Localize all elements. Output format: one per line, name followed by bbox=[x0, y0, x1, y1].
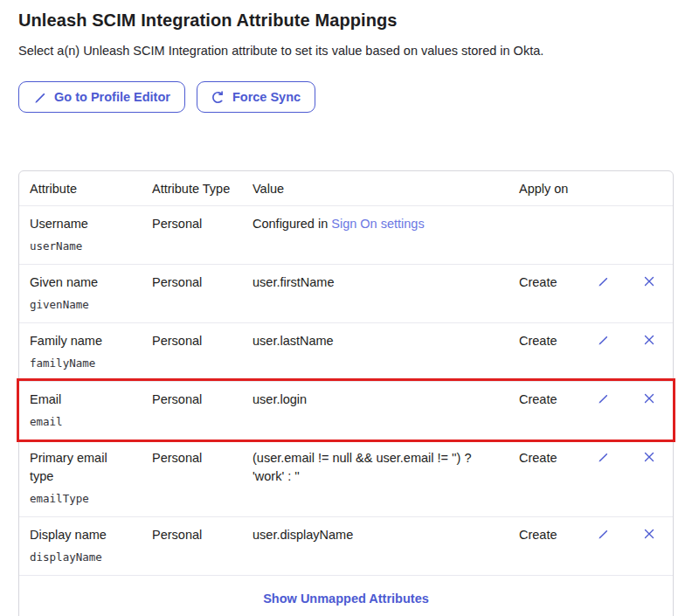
remove-mapping-button[interactable] bbox=[642, 274, 656, 288]
column-header-value: Value bbox=[242, 171, 509, 206]
edit-mapping-button[interactable] bbox=[595, 391, 611, 406]
edit-mapping-button[interactable] bbox=[595, 332, 611, 348]
attribute-type-value: Personal bbox=[142, 440, 242, 516]
apply-on-value: Create bbox=[509, 516, 580, 575]
pencil-icon bbox=[33, 91, 46, 104]
close-icon bbox=[644, 452, 654, 465]
force-sync-label: Force Sync bbox=[232, 90, 301, 104]
attribute-type-value: Personal bbox=[142, 206, 242, 264]
remove-mapping-button[interactable] bbox=[642, 391, 656, 405]
page-title: Unleash SCIM Integration Attribute Mappi… bbox=[18, 10, 672, 31]
attribute-variable: email bbox=[30, 412, 131, 431]
pencil-icon bbox=[597, 277, 609, 290]
force-sync-button[interactable]: Force Sync bbox=[197, 81, 315, 113]
close-icon bbox=[644, 529, 654, 542]
remove-mapping-button[interactable] bbox=[642, 450, 656, 464]
refresh-icon bbox=[211, 91, 225, 104]
value-text: (user.email != null && user.email != '')… bbox=[242, 440, 509, 516]
close-icon bbox=[644, 393, 654, 406]
attribute-label: Email bbox=[30, 392, 61, 406]
pencil-icon bbox=[597, 394, 609, 407]
sign-on-settings-link[interactable]: Sign On settings bbox=[331, 217, 424, 231]
value-text: user.displayName bbox=[242, 516, 509, 575]
value-text: user.firstName bbox=[242, 264, 509, 322]
show-unmapped-attributes-link[interactable]: Show Unmapped Attributes bbox=[263, 592, 429, 606]
close-icon bbox=[644, 276, 654, 289]
apply-on-value: Create bbox=[509, 381, 580, 440]
pencil-icon bbox=[597, 529, 609, 543]
table-header-row: Attribute Attribute Type Value Apply on bbox=[19, 171, 673, 206]
apply-on-value: Create bbox=[509, 322, 580, 381]
attribute-variable: givenName bbox=[30, 295, 131, 314]
apply-on-value: Create bbox=[509, 264, 580, 322]
attribute-variable: emailType bbox=[30, 489, 131, 508]
attribute-type-value: Personal bbox=[142, 516, 242, 575]
pencil-icon bbox=[597, 453, 609, 466]
edit-mapping-button[interactable] bbox=[595, 273, 611, 289]
attribute-variable: familyName bbox=[30, 354, 131, 372]
toolbar: Go to Profile Editor Force Sync bbox=[18, 81, 672, 113]
attribute-variable: displayName bbox=[30, 548, 131, 566]
table-row-family-name: Family name familyName Personal user.las… bbox=[19, 322, 673, 381]
value-text: user.login bbox=[242, 381, 509, 440]
remove-mapping-button[interactable] bbox=[642, 333, 656, 347]
go-to-profile-editor-label: Go to Profile Editor bbox=[54, 90, 170, 104]
pencil-icon bbox=[597, 336, 609, 349]
value-text: Configured in bbox=[253, 217, 331, 231]
column-header-edit bbox=[580, 171, 625, 206]
table-row-email-highlighted: Email email Personal user.login Create bbox=[19, 381, 673, 440]
table-row-username: Username userName Personal Configured in… bbox=[19, 206, 673, 264]
attribute-type-value: Personal bbox=[142, 381, 242, 440]
apply-on-value bbox=[509, 206, 580, 264]
attribute-label: Given name bbox=[30, 275, 98, 289]
close-icon bbox=[644, 335, 654, 348]
attribute-type-value: Personal bbox=[142, 322, 242, 381]
edit-mapping-button[interactable] bbox=[595, 449, 611, 465]
attribute-mappings-page: Unleash SCIM Integration Attribute Mappi… bbox=[0, 0, 692, 616]
attribute-label: Primary email type bbox=[30, 451, 107, 483]
attribute-label: Display name bbox=[30, 528, 107, 542]
attribute-label: Family name bbox=[30, 334, 102, 348]
attribute-variable: userName bbox=[30, 237, 131, 255]
column-header-attribute-type: Attribute Type bbox=[142, 171, 242, 206]
table-row-given-name: Given name givenName Personal user.first… bbox=[19, 264, 673, 322]
attribute-label: Username bbox=[30, 217, 88, 231]
table-row-display-name: Display name displayName Personal user.d… bbox=[19, 516, 673, 575]
remove-mapping-button[interactable] bbox=[642, 527, 656, 541]
column-header-apply-on: Apply on bbox=[509, 171, 580, 206]
table-footer-row: Show Unmapped Attributes bbox=[19, 575, 673, 616]
column-header-attribute: Attribute bbox=[19, 171, 142, 206]
attribute-type-value: Personal bbox=[142, 264, 242, 322]
table-row-primary-email-type: Primary email type emailType Personal (u… bbox=[19, 440, 673, 516]
column-header-remove bbox=[625, 171, 673, 206]
page-subtitle: Select a(n) Unleash SCIM Integration att… bbox=[18, 43, 672, 59]
apply-on-value: Create bbox=[509, 440, 580, 516]
attribute-mappings-table: Attribute Attribute Type Value Apply on … bbox=[18, 170, 674, 616]
value-text: user.lastName bbox=[242, 322, 509, 381]
go-to-profile-editor-button[interactable]: Go to Profile Editor bbox=[18, 81, 185, 113]
edit-mapping-button[interactable] bbox=[595, 526, 611, 542]
